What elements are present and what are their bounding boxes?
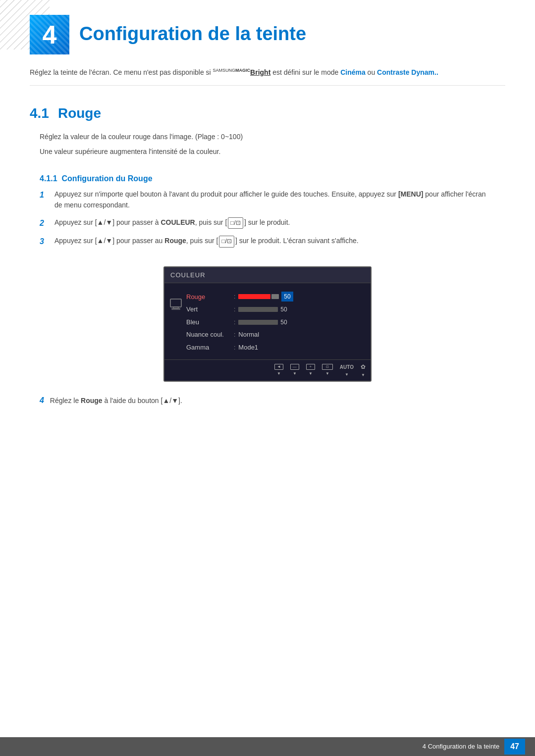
svg-rect-2	[170, 299, 181, 307]
bleu-bar	[238, 320, 278, 325]
chapter-desc-part1: Réglez la teinte de l'écran. Ce menu n'e…	[30, 68, 213, 76]
step-2: 2 Appuyez sur [▲/▼] pour passer à COULEU…	[40, 217, 495, 230]
menu-label-vert: Vert	[186, 304, 231, 314]
step-4: 4 Réglez le Rouge à l'aide du bouton [▲/…	[0, 392, 535, 412]
chapter-desc-part3: ou	[366, 68, 377, 76]
nav-icon-2: □/⊡	[228, 217, 243, 229]
menu-key: [MENU]	[398, 190, 424, 198]
chapter-number-box: 4	[30, 15, 69, 54]
screen-mockup-container: COULEUR Rouge :	[0, 259, 535, 392]
vert-bar	[238, 307, 278, 312]
menu-label-nuance: Nuance coul.	[186, 330, 231, 340]
rouge-bar-container	[238, 294, 279, 299]
menu-label-rouge: Rouge	[186, 292, 231, 302]
couleur-label: COULEUR	[160, 218, 195, 226]
step-1-number: 1	[40, 189, 51, 211]
screen-mockup: COULEUR Rouge :	[163, 266, 372, 382]
menu-row-vert: Vert : 50	[186, 303, 367, 316]
footer-text: 4 Configuration de la teinte	[423, 742, 499, 752]
section-number: 4.1	[30, 103, 49, 124]
section-desc1: Réglez la valeur de la couleur rouge dan…	[40, 131, 495, 143]
toolbar-item-power: ✿ ▼	[361, 362, 366, 378]
rouge-label-step3: Rouge	[164, 237, 186, 245]
gamma-value: Mode1	[238, 343, 258, 353]
step-2-text: Appuyez sur [▲/▼] pour passer à COULEUR,…	[54, 217, 495, 230]
steps-container: 1 Appuyez sur n'importe quel bouton à l'…	[0, 189, 535, 259]
section-title: Rouge	[58, 103, 101, 124]
chapter-divider	[30, 85, 505, 86]
menu-row-nuance: Nuance coul. : Normal	[186, 328, 367, 341]
toolbar-icon-plus: +	[306, 364, 315, 370]
toolbar-arrow-auto: ▼	[345, 372, 349, 378]
chapter-number: 4	[43, 15, 57, 54]
toolbar-arrow-4: ▼	[325, 371, 329, 377]
step-1-text: Appuyez sur n'importe quel bouton à l'av…	[54, 189, 495, 211]
menu-row-rouge: Rouge : 50	[186, 290, 367, 303]
menu-row-gamma: Gamma : Mode1	[186, 341, 367, 354]
vert-value: 50	[280, 305, 287, 314]
rouge-value: 50	[281, 292, 293, 302]
link-cinema[interactable]: Cinéma	[340, 68, 366, 76]
chapter-description: Réglez la teinte de l'écran. Ce menu n'e…	[0, 59, 535, 78]
section-desc2: Une valeur supérieure augmentera l'inten…	[40, 146, 495, 158]
toolbar-arrow-power: ▼	[361, 372, 365, 378]
power-icon: ✿	[361, 362, 366, 371]
rouge-bar-empty	[271, 294, 279, 299]
menu-label-bleu: Bleu	[186, 317, 231, 327]
brand-magic: MAGIC	[235, 68, 250, 73]
toolbar-item-1: ◄ ▼	[274, 364, 283, 377]
bleu-bar-container	[238, 320, 278, 325]
page-footer: 4 Configuration de la teinte 47	[0, 737, 535, 756]
toolbar-label-auto: AUTO	[340, 363, 354, 371]
toolbar-item-auto: AUTO ▼	[340, 363, 354, 378]
menu-sep-nuance: :	[234, 330, 235, 339]
monitor-icon	[169, 298, 182, 316]
chapter-desc-part2: est défini sur le mode	[270, 68, 340, 76]
menu-sep-gamma: :	[234, 343, 235, 352]
screen-toolbar: ◄ ▼ — ▼ + ▼	[164, 359, 371, 381]
toolbar-icon-enter: ⊡	[322, 364, 333, 370]
step-3-text: Appuyez sur [▲/▼] pour passer au Rouge, …	[54, 235, 495, 248]
toolbar-icon-minus: —	[290, 364, 299, 370]
svg-rect-4	[172, 308, 180, 309]
step-2-number: 2	[40, 217, 51, 230]
nav-icon-3: □/⊡	[219, 236, 234, 247]
step-1: 1 Appuyez sur n'importe quel bouton à l'…	[40, 189, 495, 211]
monitor-icon-area	[169, 287, 184, 319]
menu-label-gamma: Gamma	[186, 343, 231, 353]
chapter-title: Configuration de la teinte	[79, 12, 306, 48]
footer-page-number: 47	[504, 739, 525, 755]
step-4-number: 4	[40, 396, 44, 404]
section-body: Réglez la valeur de la couleur rouge dan…	[0, 129, 535, 165]
menu-row-bleu: Bleu : 50	[186, 316, 367, 329]
toolbar-arrow-1: ▼	[277, 371, 281, 377]
rouge-bar-fill	[238, 294, 270, 299]
subsection-title: 4.1.1 Configuration du Rouge	[40, 174, 153, 183]
screen-menu: Rouge : 50 Vert :	[184, 287, 371, 355]
screen-header: COULEUR	[164, 267, 371, 284]
toolbar-arrow-3: ▼	[309, 371, 313, 377]
link-contraste[interactable]: Contraste Dynam..	[377, 68, 438, 76]
nuance-value: Normal	[238, 330, 259, 340]
toolbar-item-4: ⊡ ▼	[322, 364, 333, 377]
step-4-prefix: Réglez le	[50, 397, 81, 404]
subsection-header: 4.1.1 Configuration du Rouge	[0, 165, 535, 189]
section-header: 4.1 Rouge	[0, 93, 535, 129]
menu-sep-bleu: :	[234, 318, 235, 327]
bleu-value: 50	[280, 318, 287, 327]
step-4-suffix: à l'aide du bouton [▲/▼].	[103, 397, 182, 404]
brand-samsung: SAMSUNG	[213, 68, 236, 73]
toolbar-item-3: + ▼	[306, 364, 315, 377]
toolbar-icon-left: ◄	[274, 364, 283, 370]
toolbar-item-2: — ▼	[290, 364, 299, 377]
vert-bar-container	[238, 307, 278, 312]
menu-sep-rouge: :	[234, 292, 235, 301]
brand-bright: Bright	[250, 68, 270, 76]
menu-sep-vert: :	[234, 305, 235, 314]
toolbar-arrow-2: ▼	[293, 371, 297, 377]
step-4-rouge: Rouge	[81, 397, 103, 404]
step-3-number: 3	[40, 235, 51, 248]
step-3: 3 Appuyez sur [▲/▼] pour passer au Rouge…	[40, 235, 495, 248]
